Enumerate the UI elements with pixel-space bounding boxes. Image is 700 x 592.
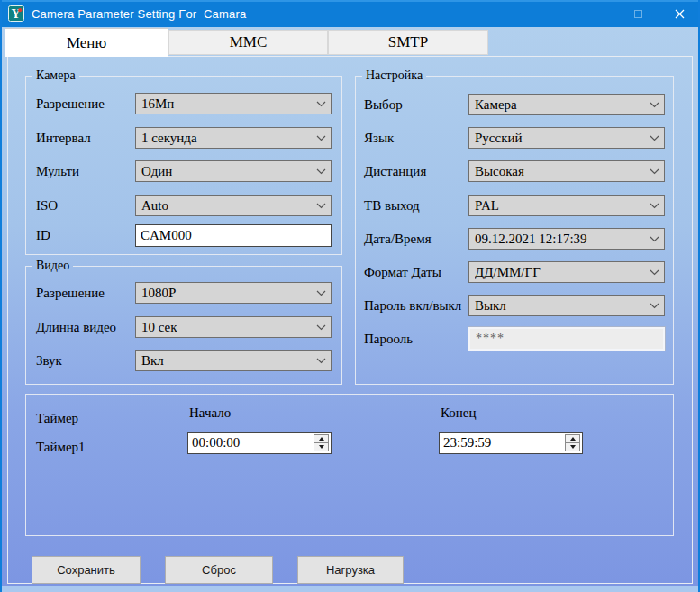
timer1-end-input[interactable]: [440, 433, 562, 453]
timer-start-header: Начало: [189, 405, 231, 421]
chevron-down-icon: [316, 135, 326, 141]
camera-iso-select[interactable]: Auto: [135, 195, 332, 216]
window-title: Camera Parameter Setting For Camara: [32, 7, 246, 21]
tab-smtp[interactable]: SMTP: [328, 30, 488, 55]
tab-mmc[interactable]: MMC: [168, 30, 328, 55]
settings-distance-value: Высокая: [475, 164, 650, 179]
minimize-icon: [592, 14, 601, 14]
settings-date-format-value: ДД/ММ/ГГ: [475, 265, 650, 280]
video-sound-value: Вкл: [141, 353, 316, 369]
timer-box: [25, 394, 674, 536]
chevron-down-icon: [650, 102, 659, 108]
timer-end-header: Конец: [441, 405, 476, 421]
chevron-down-icon: [316, 203, 326, 209]
chevron-down-icon: [650, 203, 659, 209]
settings-password-input[interactable]: [468, 327, 665, 351]
camera-iso-value: Auto: [141, 198, 316, 214]
chevron-down-icon: [316, 324, 326, 331]
video-resolution-value: 1080P: [141, 286, 316, 301]
close-button[interactable]: [659, 0, 700, 27]
window-bottom-band: [0, 586, 700, 592]
spinner-up-button[interactable]: [314, 435, 328, 442]
camera-interval-select[interactable]: 1 секунда: [135, 127, 332, 149]
video-length-label: Длинна видео: [36, 320, 116, 335]
settings-tv-out-label: ТВ выход: [364, 198, 420, 214]
spinner-down-icon: [319, 445, 324, 449]
spinner-up-icon: [319, 437, 324, 441]
app-icon: Y: [8, 5, 24, 22]
settings-date-format-select[interactable]: ДД/ММ/ГГ: [468, 261, 665, 283]
chevron-down-icon: [650, 303, 659, 309]
chevron-down-icon: [316, 358, 326, 364]
video-resolution-label: Разрешение: [36, 286, 105, 301]
timer-label: Таймер: [36, 411, 78, 426]
settings-datetime-label: Дата/Время: [364, 232, 432, 247]
timer1-end-updown: [565, 434, 580, 451]
video-sound-label: Звук: [36, 353, 62, 369]
settings-tv-out-value: PAL: [475, 198, 650, 214]
tab-menu[interactable]: Меню: [5, 28, 168, 57]
settings-tv-out-select[interactable]: PAL: [468, 195, 665, 216]
chevron-down-icon: [316, 290, 326, 296]
caption-buttons: [576, 0, 700, 27]
camera-multi-value: Один: [141, 164, 316, 179]
app-window: Y Camera Parameter Setting For Camara Ме…: [0, 0, 700, 592]
settings-password-label: Парооль: [364, 332, 413, 347]
camera-id-input[interactable]: [135, 224, 332, 247]
window-border-left: [0, 0, 2, 592]
spinner-down-icon: [570, 445, 576, 449]
settings-select-select[interactable]: Камера: [468, 94, 665, 115]
spinner-up-icon: [570, 437, 576, 441]
video-length-value: 10 сек: [141, 320, 316, 335]
settings-datetime-select[interactable]: 09.12.2021 12:17:39: [468, 228, 665, 250]
camera-multi-label: Мульти: [36, 164, 79, 179]
close-icon: [675, 9, 685, 19]
settings-select-value: Камера: [475, 97, 650, 113]
settings-language-label: Язык: [364, 131, 394, 146]
settings-language-value: Русский: [475, 131, 650, 146]
reset-button[interactable]: Сброс: [165, 556, 273, 584]
settings-language-select[interactable]: Русский: [468, 127, 665, 149]
settings-password-toggle-label: Пароль вкл/выкл: [364, 298, 461, 314]
camera-iso-label: ISO: [36, 198, 58, 214]
settings-datetime-value: 09.12.2021 12:17:39: [475, 232, 650, 247]
timer1-end-spinner: [439, 432, 583, 454]
camera-multi-select[interactable]: Один: [135, 160, 332, 182]
video-resolution-select[interactable]: 1080P: [135, 282, 332, 304]
settings-distance-label: Дистанция: [364, 164, 426, 179]
titlebar: Y Camera Parameter Setting For Camara: [0, 0, 700, 27]
group-camera-title: Камера: [32, 68, 79, 83]
maximize-button[interactable]: [617, 0, 659, 27]
camera-resolution-label: Разрешение: [36, 96, 105, 112]
camera-interval-value: 1 секунда: [141, 131, 316, 146]
settings-date-format-label: Формат Даты: [364, 265, 441, 280]
timer1-label: Таймер1: [36, 440, 86, 455]
group-video-title: Видео: [32, 259, 73, 273]
chevron-down-icon: [650, 269, 659, 276]
maximize-icon: [634, 10, 642, 18]
chevron-down-icon: [650, 168, 659, 175]
spinner-down-button[interactable]: [314, 442, 328, 451]
camera-resolution-select[interactable]: 16Мп: [135, 93, 332, 114]
chevron-down-icon: [650, 135, 659, 141]
settings-select-label: Выбор: [364, 97, 403, 113]
timer1-start-updown: [314, 434, 329, 451]
timer1-start-input[interactable]: [188, 433, 311, 453]
save-button[interactable]: Сохранить: [32, 556, 141, 584]
timer1-start-spinner: [187, 432, 332, 454]
spinner-down-button[interactable]: [566, 442, 579, 451]
group-settings-title: Настройка: [362, 68, 426, 83]
chevron-down-icon: [316, 168, 326, 175]
video-length-select[interactable]: 10 сек: [135, 316, 332, 338]
chevron-down-icon: [316, 101, 326, 107]
camera-interval-label: Интервал: [36, 131, 91, 146]
video-sound-select[interactable]: Вкл: [135, 350, 332, 371]
spinner-up-button[interactable]: [566, 435, 579, 442]
camera-id-label: ID: [36, 228, 50, 243]
settings-distance-select[interactable]: Высокая: [468, 160, 665, 182]
load-button[interactable]: Нагрузка: [297, 556, 404, 584]
settings-password-toggle-select[interactable]: Выкл: [468, 295, 665, 316]
camera-resolution-value: 16Мп: [141, 96, 316, 112]
minimize-button[interactable]: [576, 0, 617, 27]
settings-password-toggle-value: Выкл: [475, 298, 650, 314]
